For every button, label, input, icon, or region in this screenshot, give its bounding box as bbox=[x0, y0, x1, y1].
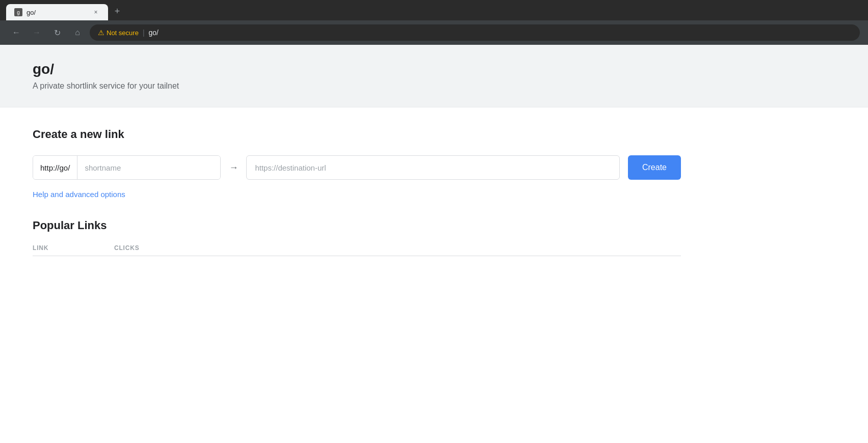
address-url: go/ bbox=[149, 29, 159, 37]
destination-url-input[interactable] bbox=[246, 155, 620, 180]
shortname-input[interactable] bbox=[77, 156, 220, 179]
new-tab-button[interactable]: + bbox=[110, 4, 124, 18]
browser-chrome: g go/ × + bbox=[0, 0, 868, 20]
url-prefix: http://go/ bbox=[33, 156, 77, 179]
page-header: go/ A private shortlink service for your… bbox=[0, 45, 868, 107]
create-form: http://go/ → Create bbox=[33, 155, 681, 180]
tab-favicon: g bbox=[14, 8, 22, 16]
nav-bar: ← → ↻ ⌂ ⚠ Not secure | go/ bbox=[0, 20, 868, 45]
home-button[interactable]: ⌂ bbox=[69, 24, 86, 41]
column-header-clicks: CLICKS bbox=[114, 244, 155, 252]
tab-bar: g go/ × + bbox=[6, 0, 124, 20]
tab-title: go/ bbox=[27, 9, 88, 16]
warning-icon: ⚠ bbox=[98, 29, 104, 37]
page-header-subtitle: A private shortlink service for your tai… bbox=[33, 81, 835, 91]
column-header-link: LINK bbox=[33, 244, 73, 252]
forward-button[interactable]: → bbox=[29, 24, 45, 41]
tab-close-button[interactable]: × bbox=[92, 8, 100, 16]
back-button[interactable]: ← bbox=[8, 24, 24, 41]
security-warning-text: Not secure bbox=[107, 29, 139, 37]
security-warning: ⚠ Not secure bbox=[98, 29, 139, 37]
reload-button[interactable]: ↻ bbox=[49, 24, 65, 41]
address-bar[interactable]: ⚠ Not secure | go/ bbox=[90, 24, 860, 41]
create-section-title: Create a new link bbox=[33, 128, 681, 141]
page-header-title: go/ bbox=[33, 61, 835, 77]
table-header: LINK CLICKS bbox=[33, 240, 681, 256]
arrow-separator: → bbox=[229, 162, 238, 173]
help-link[interactable]: Help and advanced options bbox=[33, 190, 125, 199]
shortname-wrapper: http://go/ bbox=[33, 155, 221, 180]
main-content: Create a new link http://go/ → Create He… bbox=[0, 107, 714, 276]
popular-section-title: Popular Links bbox=[33, 219, 681, 232]
address-separator: | bbox=[143, 29, 145, 37]
active-tab[interactable]: g go/ × bbox=[6, 4, 108, 20]
create-button[interactable]: Create bbox=[628, 155, 681, 180]
